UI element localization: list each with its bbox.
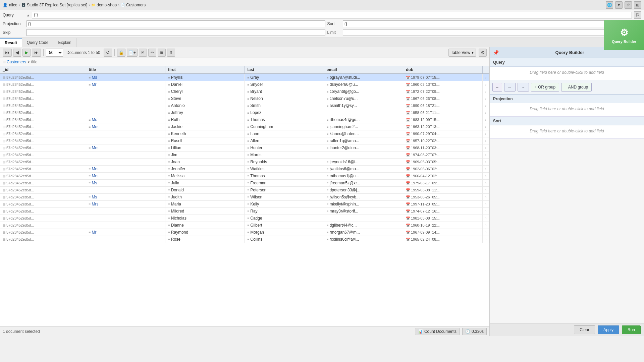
table-row[interactable]: ⊞57d28452ed5d...≡Dianne≡Gilbert≡dgilbert… [0,222,489,229]
window-icon[interactable]: ⊞ [634,1,641,9]
page-size-select[interactable]: 10 25 50 100 250 [46,49,63,57]
table-row[interactable]: ⊞57d28452ed5d...≡Antonio≡Smith≡asmith1y@… [0,102,489,109]
projection-input[interactable] [26,20,325,27]
table-row[interactable]: ⊞57d28452ed5d...≡Donald≡Peterson≡dpeters… [0,187,489,194]
table-row[interactable]: ⊞57d28452ed5d...≡Mrs≡Lillian≡Hunter≡lhun… [0,144,489,152]
edit-button[interactable]: ✏ [148,49,156,57]
limit-input[interactable] [343,29,642,36]
table-row[interactable]: ⊞57d28452ed5d...≡Mrs≡Melissa≡Thomas≡mtho… [0,173,489,180]
star-icon[interactable]: ☆ [625,1,632,9]
row-scroll-indicator: › [485,153,486,157]
cell-first: Raymond [171,230,188,235]
lock-icon-btn[interactable]: 🔒 [117,49,125,57]
arrow-left-button[interactable]: ← [504,83,516,92]
table-row[interactable]: ⊞57d28452ed5d...≡Jeffrey≡Lopez📅1958-06-2… [0,109,489,116]
table-row[interactable]: ⊞57d28452ed5d...≡Ms≡Judith≡Wilson≡jwilso… [0,194,489,201]
table-row[interactable]: ⊞57d28452ed5d...≡Ms≡Phyllis≡Gray≡pgray87… [0,74,489,81]
col-header-email[interactable]: email [324,66,403,74]
table-row[interactable]: ⊞57d28452ed5d...≡Rusell≡Allen≡rallen1q@a… [0,137,489,144]
export-button[interactable]: ⬆ [167,49,175,57]
cell-id: 57d28452ed5d... [6,230,34,234]
clear-button[interactable]: Clear [574,325,595,334]
cell-first: Steve [171,96,181,101]
type-icon: ≡ [247,83,249,86]
row-scroll-indicator: › [485,104,486,108]
table-row[interactable]: ⊞57d28452ed5d...≡Mrs≡Maria≡Kelly≡mkellyt… [0,201,489,208]
count-docs-icon: 📊 [418,329,423,334]
query-builder-top-button[interactable]: ⚙ Query Builder [604,20,644,50]
table-row[interactable]: ⊞57d28452ed5d...≡Nicholas≡Cadge📅1981-03-… [0,215,489,222]
table-row[interactable]: ⊞57d28452ed5d...≡Mrs≡Jennifer≡Watkins≡jw… [0,166,489,173]
query-collapse-icon[interactable]: ▲ [26,13,30,17]
tab-query-code[interactable]: Query Code [22,38,54,47]
col-header-last[interactable]: last [245,66,324,74]
cell-email: asmith1y@sy... [330,103,357,108]
table-row[interactable]: ⊞57d28452ed5d...≡Rose≡Collins≡rcollins6d… [0,236,489,243]
type-icon: ≡ [327,231,329,234]
table-row[interactable]: ⊞57d28452ed5d...≡Ms≡Julia≡Freeman≡jfreem… [0,180,489,187]
globe-icon[interactable]: 🌐 [606,1,613,9]
table-row[interactable]: ⊞57d28452ed5d...≡Joan≡Reynolds≡jreynolds… [0,159,489,166]
col-header-first[interactable]: first [165,66,245,74]
skip-input[interactable] [26,29,325,36]
type-icon: ≡ [168,104,170,108]
cell-email: lhunter2@dion... [330,145,359,150]
table-row[interactable]: ⊞57d28452ed5d...≡Ms≡Ruth≡Thomas≡rthomas4… [0,116,489,123]
refresh-button[interactable]: ↺ [104,49,112,57]
arrow-right-button[interactable]: → [518,83,529,92]
query-input[interactable] [32,12,632,18]
col-header-title[interactable]: title [86,66,165,74]
type-icon: ≡ [247,238,249,241]
cell-id: 57d28452ed5d... [6,82,34,86]
row-scroll-indicator: › [485,202,486,206]
table-row[interactable]: ⊞57d28452ed5d...≡Mildred≡Ray≡mray3r@stor… [0,208,489,215]
type-icon: ≡ [247,188,249,192]
apply-button[interactable]: Apply [598,325,619,334]
row-scroll-indicator: › [485,76,486,79]
table-row[interactable]: ⊞57d28452ed5d...≡Kenneth≡Lane≡klanec@hat… [0,130,489,137]
table-row[interactable]: ⊞57d28452ed5d...≡Mrs≡Jackie≡Cunningham≡j… [0,123,489,130]
table-row[interactable]: ⊞57d28452ed5d...≡Mr≡Daniel≡Snyder≡dsnyde… [0,81,489,88]
doc-icon: ⊞ [3,118,5,122]
sort-drop-zone[interactable]: Drag field here or double-click to add f… [490,125,644,139]
table-row[interactable]: ⊞57d28452ed5d...≡Cheryl≡Bryant≡cbryant8g… [0,88,489,95]
settings-button[interactable]: ⚙ [479,49,487,57]
query-section: Query Drag field here or double-click to… [490,58,644,95]
run-button[interactable]: ▶ [22,49,31,57]
count-docs-label: Count Documents [424,329,457,334]
type-icon: ≡ [168,231,170,234]
cell-last: Nelson [250,96,263,101]
type-icon: ≡ [168,238,170,241]
tab-explain[interactable]: Explain [53,38,76,47]
view-dropdown[interactable]: Table View ▾ [448,49,476,57]
pin-icon[interactable]: 📌 [493,50,499,55]
query-drop-zone[interactable]: Drag field here or double-click to add f… [490,67,644,80]
col-header-dob[interactable]: dob [403,66,482,74]
dropdown-icon[interactable]: ▾ [615,1,623,9]
export-btn[interactable]: ⎘ [634,11,641,19]
prev-page-button[interactable]: ◀ [13,49,21,57]
row-scroll-indicator: › [485,97,486,101]
run-button-bottom[interactable]: Run [622,325,641,334]
type-icon: ≡ [247,104,249,108]
last-page-button[interactable]: ⏭ [32,49,41,57]
col-title-label: title [89,67,96,72]
count-docs-button[interactable]: 📊 Count Documents [415,328,460,335]
table-row[interactable]: ⊞57d28452ed5d...≡Mr≡Raymond≡Morgan≡rmorg… [0,229,489,236]
row-scroll-indicator: › [485,195,486,199]
table-container[interactable]: _id title first last email [0,66,489,326]
tab-result[interactable]: Result [0,38,22,47]
clone-button[interactable]: ⎘ [139,49,147,57]
and-group-button[interactable]: + AND group [561,83,592,92]
sort-input[interactable] [343,20,642,27]
new-doc-button[interactable]: 📄+ [127,49,138,57]
table-row[interactable]: ⊞57d28452ed5d...≡Jim≡Morris📅1974-08-27T0… [0,152,489,159]
col-header-id[interactable]: _id [0,66,86,74]
table-row[interactable]: ⊞57d28452ed5d...≡Steve≡Nelson≡cnelson7u@… [0,95,489,102]
or-group-button[interactable]: + OR group [531,83,559,92]
first-page-button[interactable]: ⏮ [3,49,12,57]
delete-button[interactable]: 🗑 [158,49,166,57]
remove-condition-button[interactable]: – [492,83,502,92]
projection-drop-zone[interactable]: Drag field here or double-click to add f… [490,103,644,117]
path-collection[interactable]: Customers [7,60,26,64]
